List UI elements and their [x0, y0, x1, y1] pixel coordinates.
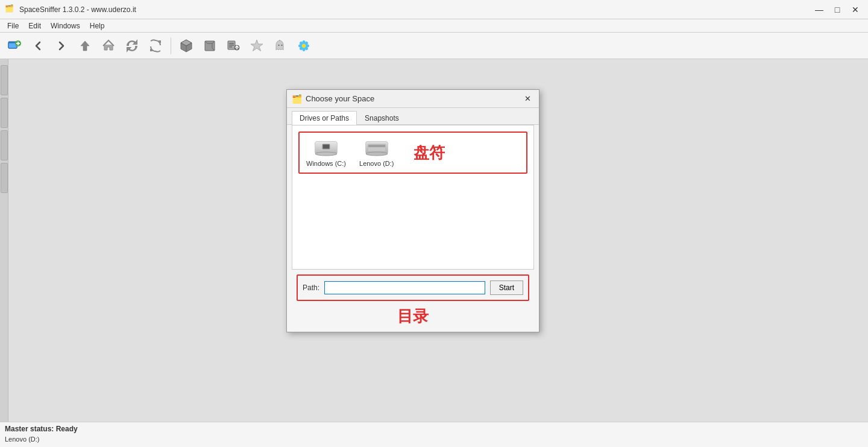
dialog-tabs: Drives or Paths Snapshots [287, 108, 539, 125]
status-text: Master status: Ready [0, 422, 868, 436]
sidebar-tab-2[interactable] [1, 98, 8, 128]
svg-rect-9 [229, 46, 232, 48]
menu-edit[interactable]: Edit [24, 21, 46, 31]
svg-point-12 [281, 45, 283, 46]
minimize-button[interactable]: — [811, 3, 827, 16]
svg-point-13 [302, 44, 306, 48]
toolbar [0, 33, 868, 59]
flower-button[interactable] [293, 36, 315, 56]
modal-overlay: 🗂️ Choose your Space ✕ Drives or Paths S… [8, 59, 868, 422]
forward-button[interactable] [51, 36, 72, 56]
close-button[interactable]: ✕ [848, 3, 863, 16]
menu-windows[interactable]: Windows [46, 21, 85, 31]
drive-windows-c[interactable]: Windows (C:) [303, 136, 350, 170]
new-scan-button[interactable] [4, 36, 25, 56]
cube2-button[interactable] [199, 36, 221, 56]
svg-rect-31 [368, 145, 385, 147]
drive-d-icon [365, 138, 389, 157]
refresh-button[interactable] [121, 36, 143, 56]
svg-rect-8 [229, 45, 234, 46]
status-bottom-text: Lenovo (D:) [0, 436, 868, 443]
drives-area: Windows (C:) [298, 132, 527, 174]
status-bar-container: Master status: Ready Lenovo (D:) [0, 422, 868, 447]
title-bar-left: 🗂️ SpaceSniffer 1.3.0.2 - www.uderzo.it [5, 4, 136, 15]
svg-rect-7 [229, 43, 234, 44]
ghost-button[interactable] [269, 36, 291, 56]
svg-rect-26 [323, 145, 329, 148]
export-button[interactable] [222, 36, 244, 56]
app-title: SpaceSniffer 1.3.0.2 - www.uderzo.it [19, 5, 136, 14]
toolbar-separator-1 [171, 37, 171, 54]
svg-point-29 [366, 152, 388, 156]
sidebar-tab-4[interactable] [1, 163, 8, 193]
window-controls: — □ ✕ [811, 3, 863, 16]
main-area: 🗂️ Choose your Space ✕ Drives or Paths S… [0, 59, 868, 422]
sidebar-tab-3[interactable] [1, 130, 8, 160]
dialog-title: Choose your Space [306, 94, 374, 103]
star-button[interactable] [246, 36, 268, 56]
drive-c-icon [314, 138, 338, 157]
cube1-button[interactable] [175, 36, 197, 56]
svg-point-11 [278, 45, 280, 46]
tab-snapshots[interactable]: Snapshots [357, 111, 407, 125]
path-input[interactable] [324, 281, 485, 294]
dialog-content-area: Windows (C:) [292, 125, 534, 270]
tab-drives-or-paths[interactable]: Drives or Paths [292, 111, 357, 125]
back-button[interactable] [27, 36, 49, 56]
drive-d-label: Lenovo (D:) [359, 160, 394, 167]
dialog-titlebar-left: 🗂️ Choose your Space [292, 94, 374, 104]
left-sidebar [0, 59, 8, 422]
dialog-close-button[interactable]: ✕ [521, 92, 534, 106]
home-button[interactable] [98, 36, 119, 56]
svg-point-24 [315, 152, 337, 156]
start-button[interactable]: Start [490, 281, 523, 295]
rescan-button[interactable] [145, 36, 166, 56]
path-label: Path: [303, 284, 319, 292]
drive-lenovo-d[interactable]: Lenovo (D:) [356, 136, 397, 170]
sidebar-tab-1[interactable] [1, 65, 8, 95]
chinese-drives-annotation: 盘符 [414, 142, 445, 163]
up-button[interactable] [74, 36, 96, 56]
app-icon: 🗂️ [5, 4, 16, 15]
menu-file[interactable]: File [2, 21, 24, 31]
drive-c-label: Windows (C:) [306, 160, 346, 167]
path-section: Path: Start [297, 274, 529, 301]
dialog-icon: 🗂️ [292, 94, 302, 104]
menu-bar: File Edit Windows Help [0, 19, 868, 33]
dialog-titlebar: 🗂️ Choose your Space ✕ [287, 90, 539, 108]
menu-help[interactable]: Help [85, 21, 110, 31]
chinese-path-annotation: 目录 [292, 306, 534, 327]
maximize-button[interactable]: □ [829, 3, 845, 16]
title-bar: 🗂️ SpaceSniffer 1.3.0.2 - www.uderzo.it … [0, 0, 868, 19]
workspace: 🗂️ Choose your Space ✕ Drives or Paths S… [8, 59, 868, 422]
choose-space-dialog: 🗂️ Choose your Space ✕ Drives or Paths S… [286, 89, 539, 332]
